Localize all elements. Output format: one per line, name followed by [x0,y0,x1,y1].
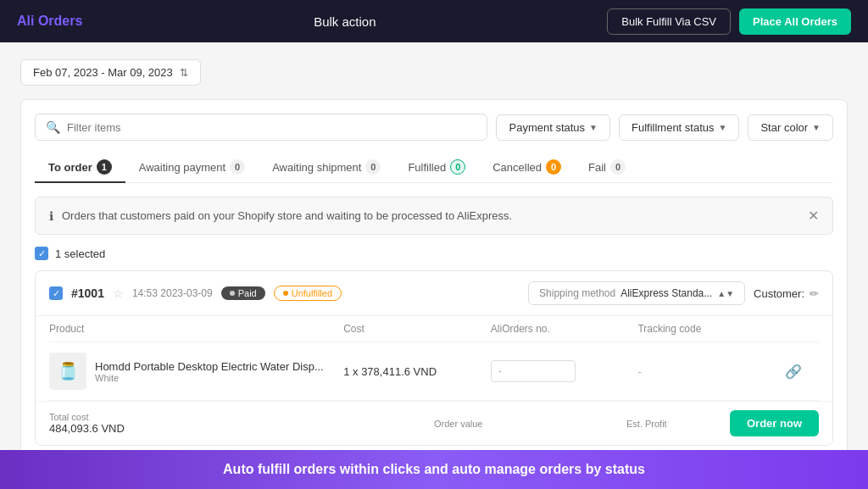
content-area: Feb 07, 2023 - Mar 09, 2023 ⇅ 🔍 Payment … [0,42,868,477]
tab-awaiting-shipment-label: Awaiting shipment [272,161,361,174]
bulk-fulfill-csv-button[interactable]: Bulk Fulfill Via CSV [607,8,731,35]
link-icon[interactable]: 🔗 [785,364,802,379]
order-id: #1001 [71,286,104,300]
select-all-checkbox[interactable] [35,247,48,260]
order-card: #1001 ☆ 14:53 2023-03-09 Paid Unfulfille… [35,270,833,446]
chevron-down-icon: ▲▼ [717,289,734,298]
order-footer: Total cost 484,093.6 VND Order value Est… [36,401,832,445]
order-header: #1001 ☆ 14:53 2023-03-09 Paid Unfulfille… [36,271,832,316]
shipping-value: AliExpress Standa... [620,287,712,299]
tab-fulfilled-label: Fulfilled [408,161,446,174]
order-checkbox[interactable] [49,286,63,300]
order-value-label: Order value [434,419,626,429]
date-range-picker[interactable]: Feb 07, 2023 - Mar 09, 2023 ⇅ [20,59,201,86]
tab-fulfilled[interactable]: Fulfilled 0 [394,153,479,183]
order-time: 14:53 2023-03-09 [132,287,213,299]
search-icon: 🔍 [46,120,60,134]
header-actions: Bulk Fulfill Via CSV Place All Orders [607,8,851,35]
tab-to-order[interactable]: To order 1 [35,153,125,183]
star-color-filter[interactable]: Star color ▼ [748,114,833,141]
customer-label: Customer: [754,287,804,300]
product-cell: 🫙 Homdd Portable Desktop Electric Water … [49,353,343,390]
tab-fail-label: Fail [588,161,606,174]
est-profit-label: Est. Profit [626,419,667,429]
info-message: Orders that customers paid on your Shopi… [62,209,512,222]
search-input[interactable] [67,121,476,134]
star-icon[interactable]: ☆ [113,286,124,300]
order-now-button[interactable]: Order now [730,410,819,436]
tab-fail-badge: 0 [610,159,626,175]
tab-cancelled[interactable]: Cancelled 0 [479,153,575,183]
col-cost: Cost [343,323,491,335]
close-icon[interactable]: ✕ [808,208,819,224]
chevron-down-icon: ▼ [812,123,821,132]
tab-to-order-badge: 1 [97,159,112,175]
selected-row: 1 selected [35,247,833,260]
total-cost-value: 484,093.6 VND [49,422,434,435]
tab-awaiting-shipment[interactable]: Awaiting shipment 0 [259,153,394,183]
edit-customer-icon[interactable]: ✏ [810,287,819,300]
aliorders-no-input[interactable] [491,360,576,382]
footer-total-cost: Total cost 484,093.6 VND [49,412,434,435]
product-thumbnail: 🫙 [49,353,86,390]
product-variant: White [95,373,324,383]
footer-est-profit: Est. Profit Order now [626,410,819,436]
cost-cell: 1 x 378,411.6 VND [343,365,491,378]
col-tracking-code: Tracking code [637,323,785,335]
shipping-label: Shipping method [539,287,615,299]
main-card: 🔍 Payment status ▼ Fulfillment status ▼ … [20,99,848,460]
tab-awaiting-shipment-badge: 0 [365,159,381,175]
search-box[interactable]: 🔍 [35,114,487,141]
chevron-down-icon: ▼ [719,123,727,132]
tab-awaiting-payment[interactable]: Awaiting payment 0 [125,153,259,183]
tab-cancelled-label: Cancelled [492,161,542,174]
filter-row: 🔍 Payment status ▼ Fulfillment status ▼ … [35,114,833,141]
header: Ali Orders Bulk action Bulk Fulfill Via … [0,0,868,42]
paid-dot [230,291,235,296]
tab-fail[interactable]: Fail 0 [575,153,639,183]
date-range-label: Feb 07, 2023 - Mar 09, 2023 [33,66,173,79]
info-icon: ℹ [49,209,53,223]
tracking-cell: - [637,365,785,378]
info-box-content: ℹ Orders that customers paid on your Sho… [49,209,512,223]
fulfillment-status-badge: Unfulfilled [274,286,342,301]
shipping-method-select[interactable]: Shipping method AliExpress Standa... ▲▼ [528,281,745,305]
tab-cancelled-badge: 0 [546,159,561,175]
order-header-right: Shipping method AliExpress Standa... ▲▼ … [528,281,819,305]
customer-section: Customer: ✏ [754,287,819,300]
order-tabs: To order 1 Awaiting payment 0 Awaiting s… [35,153,833,183]
payment-status-filter[interactable]: Payment status ▼ [496,114,610,141]
unfulfilled-dot [283,291,288,296]
tab-to-order-label: To order [48,161,92,174]
bottom-banner-text: Auto fulfill orders within clicks and au… [223,462,645,476]
tab-fulfilled-badge: 0 [450,159,465,175]
tab-awaiting-payment-label: Awaiting payment [139,161,225,174]
col-aliorders-no: AliOrders no. [491,323,638,335]
tab-awaiting-payment-badge: 0 [230,159,245,175]
page-title: Bulk action [99,14,590,29]
payment-status-badge: Paid [221,286,265,300]
aliorders-no-cell [491,360,638,382]
bottom-banner: Auto fulfill orders within clicks and au… [0,450,868,477]
product-info: Homdd Portable Desktop Electric Water Di… [95,360,324,383]
footer-order-value: Order value [434,419,626,429]
fulfillment-status-filter[interactable]: Fulfillment status ▼ [619,114,739,141]
total-cost-label: Total cost [49,412,434,422]
product-name: Homdd Portable Desktop Electric Water Di… [95,360,324,373]
date-picker-arrow-icon: ⇅ [180,67,188,79]
place-all-orders-button[interactable]: Place All Orders [739,8,851,35]
info-box: ℹ Orders that customers paid on your Sho… [35,197,833,235]
link-cell: 🔗 [785,364,819,380]
product-table: Product Cost AliOrders no. Tracking code… [36,316,832,401]
app-logo: Ali Orders [17,14,82,29]
chevron-down-icon: ▼ [589,123,598,132]
col-product: Product [49,323,343,335]
selected-count-label: 1 selected [55,247,105,260]
table-header: Product Cost AliOrders no. Tracking code [49,316,819,342]
table-row: 🫙 Homdd Portable Desktop Electric Water … [49,342,819,401]
